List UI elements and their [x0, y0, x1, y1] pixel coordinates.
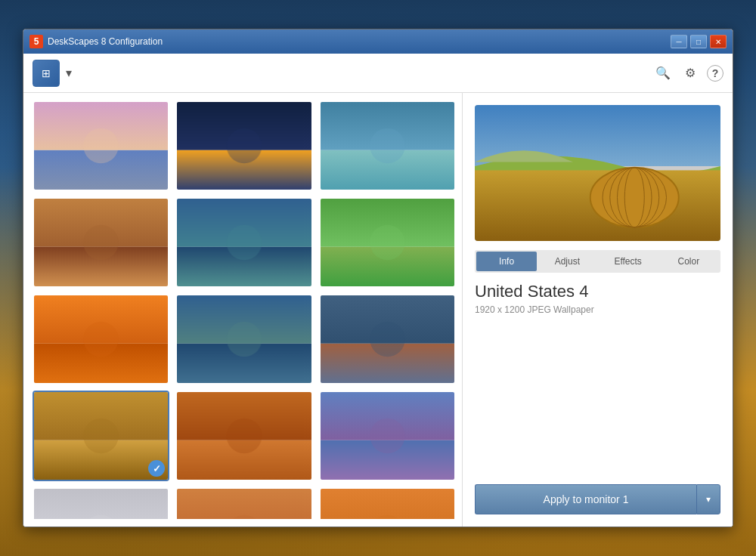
thumb-canvas-6 — [321, 199, 454, 286]
wallpaper-thumb-1[interactable] — [33, 100, 169, 191]
help-button[interactable]: ? — [707, 65, 723, 82]
thumb-canvas-13 — [34, 489, 168, 519]
maximize-button[interactable]: □ — [690, 35, 707, 48]
thumb-canvas-1 — [34, 102, 168, 190]
wallpaper-thumb-13[interactable] — [33, 487, 169, 519]
wallpaper-thumb-2[interactable] — [175, 100, 312, 191]
wallpaper-thumb-7[interactable] — [33, 294, 169, 385]
content-area: ⊞ ▾ 🔍 ⚙ ? ✓ — [23, 54, 733, 527]
titlebar: 5 DeskScapes 8 Configuration ─ □ ✕ — [23, 29, 733, 54]
minimize-button[interactable]: ─ — [671, 35, 687, 48]
wallpaper-name: United States 4 — [475, 282, 720, 301]
apply-button[interactable]: Apply to monitor 1 — [475, 484, 696, 514]
thumb-canvas-8 — [177, 295, 311, 383]
wallpaper-thumb-8[interactable] — [175, 294, 312, 385]
settings-button[interactable]: ⚙ — [680, 63, 701, 84]
app-icon: 5 — [29, 35, 43, 48]
tab-effects[interactable]: Effects — [598, 252, 658, 271]
thumb-canvas-2 — [177, 102, 311, 190]
detail-panel: InfoAdjustEffectsColor United States 4 1… — [462, 93, 733, 527]
thumb-canvas-4 — [34, 199, 168, 286]
wallpaper-thumb-4[interactable] — [33, 197, 169, 288]
thumb-canvas-7 — [34, 295, 168, 383]
thumb-canvas-15 — [321, 489, 454, 519]
thumb-canvas-14 — [177, 489, 311, 519]
apply-dropdown-button[interactable]: ▾ — [696, 484, 720, 514]
wallpaper-thumb-12[interactable] — [319, 391, 456, 481]
tab-info[interactable]: Info — [476, 252, 537, 271]
thumb-canvas-3 — [321, 102, 454, 190]
app-logo: ⊞ — [33, 60, 60, 87]
apply-row: Apply to monitor 1 ▾ — [475, 484, 720, 514]
info-section: United States 4 1920 x 1200 JPEG Wallpap… — [475, 282, 720, 475]
preview-image — [475, 105, 720, 241]
wallpaper-meta: 1920 x 1200 JPEG Wallpaper — [475, 304, 720, 315]
wallpaper-thumb-14[interactable] — [175, 487, 312, 519]
main-window: 5 DeskScapes 8 Configuration ─ □ ✕ ⊞ ▾ 🔍… — [23, 29, 733, 527]
main-body: ✓ InfoAdjustEffectsColor United States 4… — [23, 93, 733, 527]
window-title: DeskScapes 8 Configuration — [48, 36, 671, 47]
wallpaper-grid: ✓ — [33, 100, 462, 519]
wallpaper-thumb-5[interactable] — [175, 197, 312, 288]
wallpaper-thumb-10[interactable]: ✓ — [33, 391, 169, 481]
toolbar: ⊞ ▾ 🔍 ⚙ ? — [23, 54, 733, 93]
tab-bar: InfoAdjustEffectsColor — [475, 250, 720, 273]
thumb-canvas-9 — [321, 295, 454, 383]
close-button[interactable]: ✕ — [710, 35, 727, 48]
thumb-canvas-11 — [177, 392, 311, 480]
wallpaper-thumb-15[interactable] — [319, 487, 456, 519]
wallpaper-panel: ✓ — [23, 93, 462, 527]
wallpaper-thumb-11[interactable] — [175, 391, 312, 481]
view-dropdown[interactable]: ▾ — [66, 66, 72, 80]
thumb-canvas-5 — [177, 199, 311, 286]
wallpaper-thumb-9[interactable] — [319, 294, 456, 385]
thumb-canvas-12 — [321, 392, 454, 480]
wallpaper-thumb-6[interactable] — [319, 197, 456, 288]
tab-adjust[interactable]: Adjust — [537, 252, 597, 271]
tab-color[interactable]: Color — [658, 252, 719, 271]
window-controls: ─ □ ✕ — [671, 35, 727, 48]
preview-canvas — [475, 105, 720, 241]
wallpaper-thumb-3[interactable] — [319, 100, 456, 191]
search-button[interactable]: 🔍 — [652, 63, 674, 84]
